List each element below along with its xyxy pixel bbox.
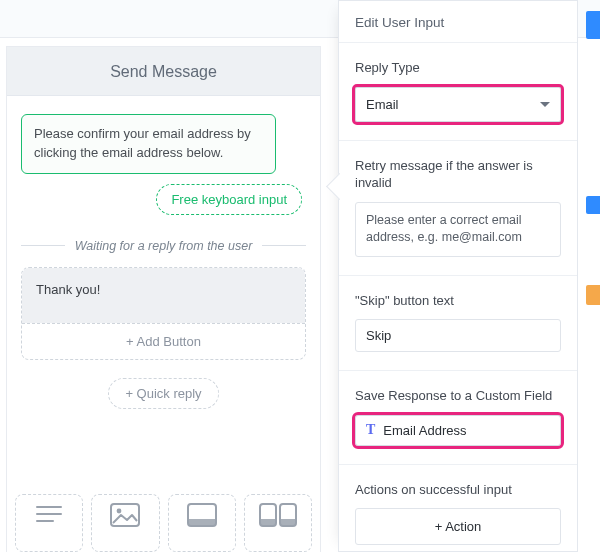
reply-type-value: Email — [366, 97, 399, 112]
text-type-icon: T — [366, 423, 375, 437]
custom-field-label: Save Response to a Custom Field — [355, 387, 561, 405]
content-type-row — [15, 494, 312, 552]
panel-title: Edit User Input — [339, 1, 577, 43]
send-message-header: Send Message — [7, 47, 320, 96]
reply-type-label: Reply Type — [355, 59, 561, 77]
svg-rect-3 — [111, 504, 139, 526]
content-type-gallery[interactable] — [244, 494, 312, 552]
divider-line — [262, 245, 306, 246]
confirm-message-bubble[interactable]: Please confirm your email address by cli… — [21, 114, 276, 174]
svg-rect-6 — [188, 519, 216, 526]
custom-field-value: Email Address — [383, 423, 466, 438]
content-type-text[interactable] — [15, 494, 83, 552]
gallery-icon — [259, 503, 297, 527]
background-edge — [578, 0, 600, 552]
svg-rect-10 — [280, 519, 296, 526]
text-lines-icon — [35, 503, 63, 525]
section-retry-message: Retry message if the answer is invalid P… — [339, 141, 577, 276]
section-skip-text: "Skip" button text Skip — [339, 276, 577, 372]
actions-label: Actions on successful input — [355, 481, 561, 499]
free-keyboard-input-chip[interactable]: Free keyboard input — [156, 184, 302, 215]
retry-message-input[interactable]: Please enter a correct email address, e.… — [355, 202, 561, 257]
add-action-button[interactable]: + Action — [355, 508, 561, 545]
waiting-divider: Waiting for a reply from the user — [21, 239, 306, 253]
add-button[interactable]: + Add Button — [22, 323, 305, 359]
skip-text-input[interactable]: Skip — [355, 319, 561, 352]
reply-bubble-container: Thank you! + Add Button — [21, 267, 306, 360]
section-custom-field: Save Response to a Custom Field T Email … — [339, 371, 577, 465]
custom-field-select[interactable]: T Email Address — [355, 415, 561, 446]
thank-you-bubble[interactable]: Thank you! — [22, 268, 305, 323]
reply-type-select[interactable]: Email — [355, 87, 561, 122]
divider-line — [21, 245, 65, 246]
quick-reply-button[interactable]: + Quick reply — [108, 378, 218, 409]
chat-area: Please confirm your email address by cli… — [7, 96, 320, 223]
section-actions: Actions on successful input + Action — [339, 465, 577, 552]
edge-chip-orange — [586, 285, 600, 305]
edit-user-input-panel: Edit User Input Reply Type Email Retry m… — [338, 0, 578, 552]
message-builder: Send Message Please confirm your email a… — [6, 46, 321, 552]
content-type-image[interactable] — [91, 494, 159, 552]
edge-chip-blue — [586, 196, 600, 214]
skip-label: "Skip" button text — [355, 292, 561, 310]
svg-point-4 — [117, 509, 122, 514]
image-icon — [110, 503, 140, 527]
retry-label: Retry message if the answer is invalid — [355, 157, 561, 192]
card-icon — [187, 503, 217, 527]
waiting-text: Waiting for a reply from the user — [75, 239, 253, 253]
quick-reply-row: + Quick reply — [7, 378, 320, 409]
chevron-down-icon — [540, 102, 550, 107]
section-reply-type: Reply Type Email — [339, 43, 577, 141]
svg-rect-8 — [260, 519, 276, 526]
free-input-row: Free keyboard input — [21, 184, 306, 215]
content-type-card[interactable] — [168, 494, 236, 552]
